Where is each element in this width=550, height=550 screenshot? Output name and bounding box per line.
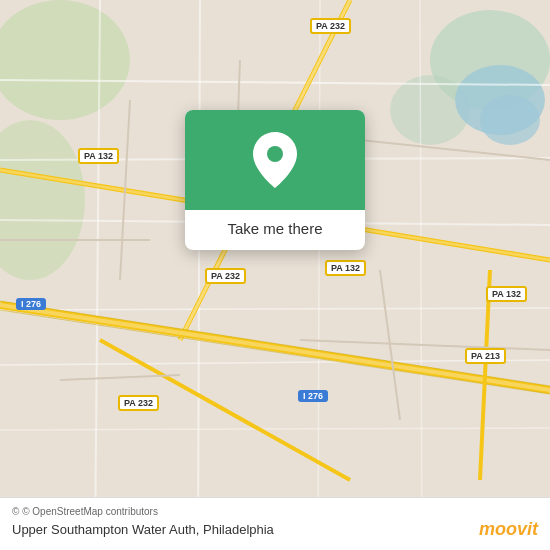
- copyright-symbol: ©: [12, 506, 19, 517]
- bottom-info-panel: © © OpenStreetMap contributors Upper Sou…: [0, 497, 550, 550]
- location-pin-icon: [253, 132, 297, 188]
- road-badge-pa232-bot: PA 232: [118, 395, 159, 411]
- svg-point-34: [267, 146, 283, 162]
- take-me-there-card[interactable]: Take me there: [185, 110, 365, 250]
- location-name: Upper Southampton Water Auth, Philadelph…: [12, 522, 274, 537]
- moovit-logo: moovit: [479, 519, 538, 540]
- take-me-there-label: Take me there: [227, 220, 322, 237]
- osm-attribution: © © OpenStreetMap contributors: [12, 506, 538, 517]
- osm-text: © OpenStreetMap contributors: [22, 506, 158, 517]
- road-badge-pa232-top: PA 232: [310, 18, 351, 34]
- highway-badge-i276-bot: I 276: [298, 390, 328, 402]
- svg-point-6: [480, 95, 540, 145]
- road-badge-pa132-mid: PA 132: [325, 260, 366, 276]
- road-badge-pa132-left: PA 132: [78, 148, 119, 164]
- road-badge-pa213: PA 213: [465, 348, 506, 364]
- highway-badge-i276-left: I 276: [16, 298, 46, 310]
- road-badge-pa232-mid: PA 232: [205, 268, 246, 284]
- card-map-thumbnail: [185, 110, 365, 210]
- map-container: PA 232 PA 132 PA 232 PA 132 PA 232 PA 21…: [0, 0, 550, 550]
- card-action-area[interactable]: Take me there: [185, 210, 365, 250]
- road-badge-pa132-right: PA 132: [486, 286, 527, 302]
